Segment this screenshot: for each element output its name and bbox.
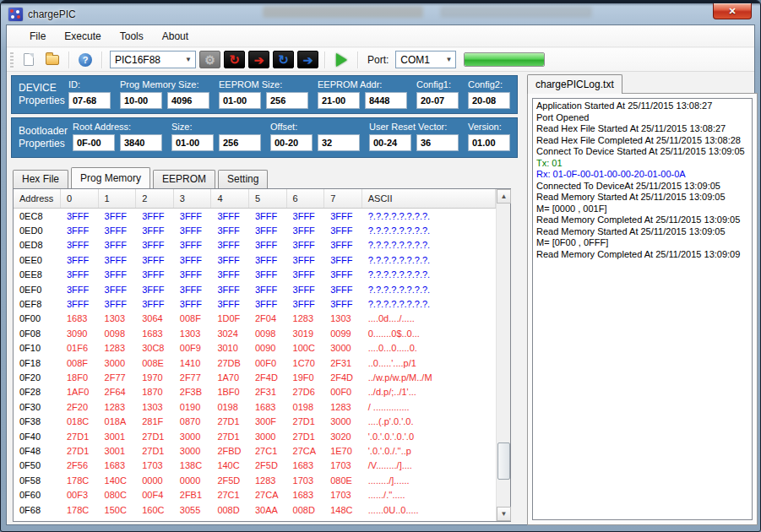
field-value[interactable]: 21-00 xyxy=(318,92,360,109)
tab-eeprom[interactable]: EEPROM xyxy=(153,170,215,188)
memory-cell[interactable]: 1AF0 xyxy=(61,387,99,397)
memory-cell[interactable]: 3FFF xyxy=(174,299,212,309)
table-row[interactable]: 0F4027D1300127D1300027D1300027D13020'.0.… xyxy=(14,429,496,443)
memory-cell[interactable]: 3FFF xyxy=(174,285,212,295)
memory-cell[interactable]: 1283 xyxy=(249,475,287,486)
memory-cell[interactable]: 3FFF xyxy=(287,240,325,250)
memory-cell[interactable]: 27CA xyxy=(249,490,287,500)
memory-cell[interactable]: 3FFF xyxy=(287,269,325,280)
memory-cell[interactable]: 0000 xyxy=(136,475,174,486)
memory-cell[interactable]: 2F04 xyxy=(249,313,287,323)
memory-cell[interactable]: 1683 xyxy=(249,402,287,412)
ascii-cell[interactable]: ..0.....'....p/1 xyxy=(362,358,496,368)
memory-cell[interactable]: 1D0F xyxy=(211,313,249,323)
field-value[interactable]: 32 xyxy=(318,134,360,151)
memory-cell[interactable]: 30AA xyxy=(249,505,287,515)
memory-cell[interactable]: 27D1 xyxy=(136,432,174,442)
memory-cell[interactable]: 3FFF xyxy=(211,225,249,236)
memory-cell[interactable]: 178C xyxy=(61,505,99,515)
memory-cell[interactable]: 1A70 xyxy=(211,372,249,383)
memory-cell[interactable]: 3FFF xyxy=(249,211,287,221)
memory-cell[interactable]: 3FFF xyxy=(211,255,249,265)
memory-cell[interactable]: 3FFF xyxy=(287,285,325,295)
memory-cell[interactable]: 27C1 xyxy=(249,446,287,456)
memory-cell[interactable]: 3FFF xyxy=(174,269,212,280)
memory-cell[interactable]: 1283 xyxy=(287,313,325,323)
memory-cell[interactable]: 3FFF xyxy=(136,255,174,265)
memory-cell[interactable]: 3019 xyxy=(287,328,325,339)
memory-cell[interactable]: 1703 xyxy=(136,460,174,470)
memory-cell[interactable]: 2FBD xyxy=(211,446,249,456)
field-value[interactable]: 4096 xyxy=(167,92,209,109)
memory-cell[interactable]: 018A xyxy=(99,416,137,426)
memory-cell[interactable]: 3FFF xyxy=(99,299,137,309)
close-button[interactable]: ✕ xyxy=(713,3,752,19)
memory-cell[interactable]: 3090 xyxy=(61,328,99,339)
memory-cell[interactable]: 3FFF xyxy=(136,211,174,221)
memory-cell[interactable]: 27D1 xyxy=(61,432,99,442)
menu-item-file[interactable]: File xyxy=(20,27,55,46)
scrollbar-thumb[interactable] xyxy=(497,442,510,480)
memory-cell[interactable]: 140C xyxy=(211,460,249,470)
address-cell[interactable]: 0F60 xyxy=(14,490,61,500)
memory-cell[interactable]: 300F xyxy=(249,416,287,426)
memory-cell[interactable]: 3FFF xyxy=(136,269,174,280)
memory-cell[interactable]: 1E70 xyxy=(324,446,362,456)
memory-cell[interactable]: 27D6 xyxy=(287,387,325,397)
memory-cell[interactable]: 3FFF xyxy=(61,240,99,250)
memory-cell[interactable]: 0870 xyxy=(174,416,212,426)
memory-cell[interactable]: 148C xyxy=(324,505,362,515)
read-eeprom-button[interactable]: ↻ xyxy=(273,51,294,68)
memory-cell[interactable]: 3FFF xyxy=(324,285,362,295)
table-row[interactable]: 0F00168313033064008F1D0F2F0412831303....… xyxy=(14,312,496,326)
memory-cell[interactable]: 00F3 xyxy=(61,490,99,500)
memory-cell[interactable]: 008F xyxy=(61,358,99,368)
memory-cell[interactable]: 3FFF xyxy=(61,255,99,265)
address-cell[interactable]: 0F00 xyxy=(14,313,61,323)
table-row[interactable]: 0F302F201283130301900198168301981283/ ..… xyxy=(14,399,496,414)
memory-cell[interactable]: 3FFF xyxy=(249,240,287,250)
memory-cell[interactable]: 30C8 xyxy=(136,343,174,353)
ascii-cell[interactable]: ....../.''..... xyxy=(362,490,496,500)
memory-cell[interactable]: 138C xyxy=(174,460,212,470)
table-row[interactable]: 0F58178C140C000000002F5D12831703080E....… xyxy=(14,473,496,487)
memory-cell[interactable]: 2F4D xyxy=(324,372,362,383)
memory-cell[interactable]: 2F20 xyxy=(61,402,99,412)
table-row[interactable]: 0ED83FFF3FFF3FFF3FFF3FFF3FFF3FFF3FFF?.?.… xyxy=(14,238,496,252)
tab-hex-file[interactable]: Hex File xyxy=(13,170,68,188)
memory-cell[interactable]: 2F77 xyxy=(174,372,212,383)
memory-cell[interactable]: 1BF0 xyxy=(211,387,249,397)
table-row[interactable]: 0EE03FFF3FFF3FFF3FFF3FFF3FFF3FFF3FFF?.?.… xyxy=(14,252,496,267)
help-button[interactable]: ? xyxy=(75,51,95,69)
memory-cell[interactable]: 27D1 xyxy=(136,446,174,456)
ascii-cell[interactable]: '.0.'.0.'.0.'.0 xyxy=(362,432,496,442)
memory-cell[interactable]: 3FFF xyxy=(61,299,99,309)
memory-cell[interactable]: 160C xyxy=(136,505,174,515)
address-cell[interactable]: 0EF0 xyxy=(14,285,61,295)
memory-cell[interactable]: 3FFF xyxy=(211,211,249,221)
memory-cell[interactable]: 3FFF xyxy=(99,225,137,236)
memory-cell[interactable]: 3FFF xyxy=(99,285,137,295)
ascii-cell[interactable]: '.0.'.0./.''..p xyxy=(362,446,496,456)
memory-cell[interactable]: 018C xyxy=(61,416,99,426)
field-value[interactable]: 3840 xyxy=(120,134,162,151)
memory-cell[interactable]: 18F0 xyxy=(61,372,99,383)
memory-cell[interactable]: 1283 xyxy=(99,402,137,412)
write-eeprom-button[interactable]: ➔ xyxy=(297,51,318,68)
memory-cell[interactable]: 3FFF xyxy=(174,255,212,265)
table-row[interactable]: 0F18008F3000008E141027DB00F01C702F31..0.… xyxy=(14,356,496,370)
ascii-cell[interactable]: ?.?.?.?.?.?.?.?. xyxy=(362,269,496,280)
memory-cell[interactable]: 0190 xyxy=(174,402,212,412)
read-device-button[interactable]: ↻ xyxy=(224,51,245,68)
open-file-button[interactable] xyxy=(42,51,63,69)
memory-cell[interactable]: 3024 xyxy=(211,328,249,339)
table-scrollbar[interactable]: ▲ ▼ xyxy=(496,189,510,521)
memory-cell[interactable]: 2F3B xyxy=(174,387,212,397)
address-cell[interactable]: 0F10 xyxy=(14,343,61,353)
address-cell[interactable]: 0EE8 xyxy=(14,269,61,280)
table-row[interactable]: 0ED03FFF3FFF3FFF3FFF3FFF3FFF3FFF3FFF?.?.… xyxy=(14,223,496,237)
table-row[interactable]: 0F502F5616831703138C140C2F5D16831703/V..… xyxy=(14,459,496,473)
memory-cell[interactable]: 1283 xyxy=(324,402,362,412)
memory-cell[interactable]: 1303 xyxy=(136,402,174,412)
memory-cell[interactable]: 19F0 xyxy=(287,372,325,383)
